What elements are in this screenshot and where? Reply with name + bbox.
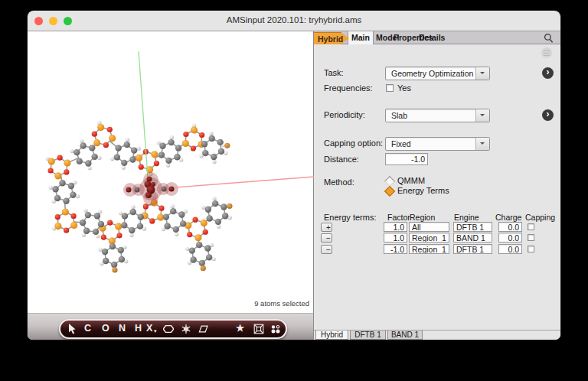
engine-tab-band1[interactable]: BAND 1 [387,331,423,340]
region-input-row2[interactable] [409,233,449,243]
frequencies-option-label: Yes [397,83,411,93]
capping-option-label: Capping option: [324,138,383,148]
column-header-charge: Charge [495,213,521,222]
selected-cluster[interactable] [123,172,178,206]
panel-tab-hybrid[interactable]: Hybrid [314,32,349,44]
frequencies-checkbox[interactable] [386,84,394,92]
select-cursor-tool[interactable] [67,324,78,334]
capping-option-dropdown[interactable]: Fixed [385,137,490,151]
ring-tool-icon[interactable] [163,324,174,334]
guide-line-red [175,177,314,187]
lattice-tool-icon[interactable] [197,324,208,334]
method-label: Method: [324,177,354,187]
factor-input-row3[interactable] [384,244,407,254]
periodicity-label: Periodicity: [324,110,365,119]
app-window: AMSinput 2020.101: tryhybrid.ams 9 atoms… [28,11,560,340]
molecule-viewer[interactable]: 9 atoms selected C O N H X ▾ [28,31,314,340]
charge-input-row3[interactable] [498,244,522,254]
method-radio-energy-terms[interactable] [384,186,395,197]
favorites-star-icon[interactable]: ★ [236,322,244,334]
frequencies-label: Frequencies: [324,83,373,93]
task-details-button[interactable]: › [542,67,554,79]
page-tab-main[interactable]: Main [348,31,374,44]
region-input-row3[interactable] [409,244,449,254]
viewer-toolbar-strip: C O N H X ▾ [28,313,313,340]
window-title: AMSinput 2020.101: tryhybrid.ams [28,11,560,30]
column-header-engine: Engine [454,213,479,222]
traffic-lights [34,17,72,25]
column-header-capping: Capping [525,213,555,222]
tool-element-X[interactable]: X [146,323,152,334]
dropdown-arrow-icon [475,109,489,122]
capping-checkbox-row1[interactable] [528,223,534,230]
energy-terms-label: Energy terms: [324,213,376,222]
remove-energy-term-button-row2[interactable]: − [321,233,332,243]
tool-element-C[interactable]: C [84,323,91,334]
zoom-window-button[interactable] [64,17,72,25]
engine-tab-dftb1[interactable]: DFTB 1 [350,331,386,340]
charge-input-row1[interactable] [498,222,522,232]
periodicity-details-button[interactable]: › [542,109,554,121]
periodicity-dropdown[interactable]: Slab [385,109,490,122]
page-tab-details[interactable]: Details [419,31,445,44]
tool-element-O[interactable]: O [102,323,109,334]
selection-status: 9 atoms selected [254,299,309,308]
screen: { "window": { "title": "AMSinput 2020.10… [0,0,588,381]
minimize-window-button[interactable] [49,17,57,25]
input-panel: Hybrid Main Model Properties Details Tas… [314,31,560,340]
tool-element-N[interactable]: N [119,323,126,334]
distance-input[interactable] [385,153,428,165]
engine-input-row1[interactable] [453,222,492,232]
capping-checkbox-row3[interactable] [528,246,534,252]
molecule-canvas[interactable] [28,31,314,313]
task-value: Geometry Optimization [391,69,473,78]
column-header-region: Region [410,213,435,222]
factor-input-row1[interactable] [384,222,407,232]
element-toolbar: C O N H X ▾ [59,319,287,339]
periodicity-value: Slab [391,111,407,120]
fragments-tool-icon[interactable] [270,324,281,334]
method-option-energy-terms-label: Energy Terms [397,186,449,195]
capping-checkbox-row2[interactable] [528,234,534,241]
task-dropdown[interactable]: Geometry Optimization [385,67,490,80]
distance-label: Distance: [324,155,359,164]
region-input-row1[interactable] [409,222,449,232]
unit-cell-icon[interactable] [253,324,264,334]
engine-tab-hybrid[interactable]: Hybrid [315,331,348,340]
task-label: Task: [324,68,344,77]
engine-input-row2[interactable] [453,233,492,243]
close-window-button[interactable] [34,17,43,25]
capping-option-value: Fixed [391,139,411,148]
column-header-factor: Factor [387,213,410,222]
atoms[interactable] [46,121,233,272]
charge-input-row2[interactable] [498,233,522,243]
panel-menu-icon[interactable] [541,47,552,58]
factor-input-row2[interactable] [384,233,407,243]
dropdown-arrow-icon [475,138,489,150]
tool-element-H[interactable]: H [135,323,142,334]
dropdown-arrow-icon [475,67,489,80]
structure-tool-icon[interactable] [181,324,191,334]
page-tab-bar: Hybrid Main Model Properties Details [314,31,560,44]
element-dropdown-arrow-icon[interactable]: ▾ [154,328,157,334]
engine-input-row3[interactable] [453,244,492,254]
add-energy-term-button[interactable]: + [321,223,332,232]
title-bar[interactable]: AMSinput 2020.101: tryhybrid.ams [28,11,560,31]
remove-energy-term-button-row3[interactable]: − [321,245,332,254]
search-icon[interactable] [544,33,554,43]
method-option-qmmm-label: QMMM [397,176,425,185]
engine-tab-bar: Hybrid DFTB 1 BAND 1 [314,330,560,340]
